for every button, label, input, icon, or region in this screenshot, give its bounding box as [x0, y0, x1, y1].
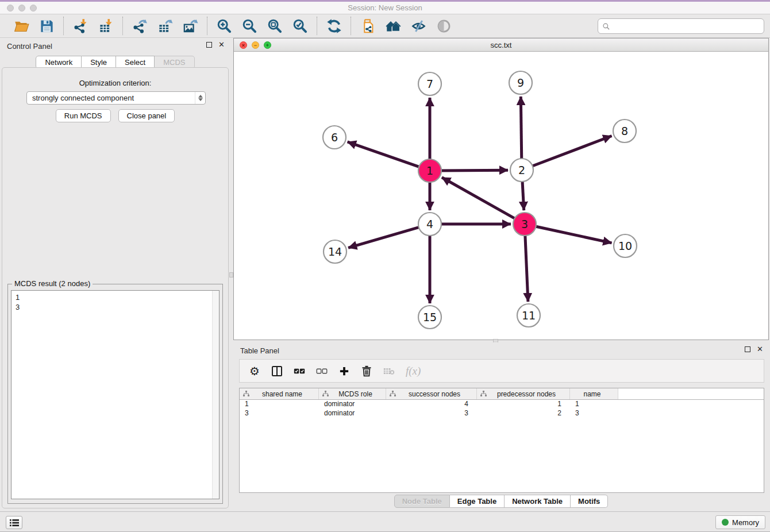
- import-table-icon[interactable]: [97, 17, 114, 34]
- duplicate-network-icon[interactable]: [359, 17, 376, 34]
- result-scrollbar[interactable]: [212, 291, 219, 499]
- tab-edge-table[interactable]: Edge Table: [450, 495, 505, 508]
- export-table-icon[interactable]: [156, 17, 174, 34]
- create-column-icon[interactable]: [338, 364, 350, 378]
- criterion-dropdown[interactable]: strongly connected component: [26, 91, 206, 105]
- column-header-name[interactable]: name: [570, 388, 618, 399]
- mcds-result-line: 1: [16, 292, 219, 302]
- graph-node-label-6: 6: [331, 131, 338, 144]
- graph-edge-2-8[interactable]: [532, 136, 612, 167]
- zoom-fit-icon[interactable]: [266, 17, 283, 34]
- graph-node-label-7: 7: [426, 78, 433, 90]
- run-mcds-button[interactable]: Run MCDS: [56, 109, 111, 122]
- tab-motifs[interactable]: Motifs: [571, 495, 608, 508]
- network-view-window: × − + scc.txt 7968124314101511: [233, 38, 769, 340]
- table-settings-gear-icon[interactable]: ⚙: [249, 364, 260, 378]
- select-all-columns-icon[interactable]: [294, 364, 305, 378]
- table-cell[interactable]: 4: [386, 400, 477, 409]
- node-table: shared name MCDS role successor nodes pr…: [239, 388, 764, 493]
- close-panel-button[interactable]: Close panel: [118, 109, 175, 122]
- table-cell[interactable]: 1: [477, 400, 570, 409]
- vertical-splitter-handle[interactable]: [229, 272, 233, 277]
- close-panel-icon[interactable]: ✕: [757, 346, 763, 352]
- table-cell[interactable]: 1: [240, 400, 319, 409]
- show-hide-preview-icon[interactable]: [435, 17, 452, 34]
- tab-node-table[interactable]: Node Table: [394, 495, 450, 508]
- titlebar: Session: New Session: [0, 2, 770, 14]
- table-row[interactable]: 3dominator323: [240, 409, 764, 418]
- column-type-icon: [390, 391, 396, 397]
- column-header-successor-nodes[interactable]: successor nodes: [386, 388, 477, 399]
- delete-column-icon[interactable]: [361, 364, 372, 378]
- graph-edge-4-14[interactable]: [348, 227, 419, 248]
- zoom-out-icon[interactable]: [241, 17, 258, 34]
- mcds-result-box: MCDS result (2 nodes) 1 3: [7, 284, 223, 504]
- graph-edge-2-3[interactable]: [522, 181, 524, 210]
- graph-edge-3-1[interactable]: [442, 178, 515, 219]
- table-cell[interactable]: dominator: [319, 409, 386, 418]
- mcds-result-title: MCDS result (2 nodes): [12, 279, 93, 288]
- graph-edge-1-6[interactable]: [348, 142, 419, 167]
- table-cell[interactable]: 3: [570, 409, 618, 418]
- table-cell[interactable]: 3: [386, 409, 477, 418]
- column-header-shared-name[interactable]: shared name: [240, 388, 319, 399]
- float-panel-icon[interactable]: [745, 346, 750, 352]
- float-panel-icon[interactable]: [206, 42, 212, 48]
- table-header-row: shared name MCDS role successor nodes pr…: [240, 388, 764, 400]
- control-panel-title: Control Panel: [7, 42, 52, 51]
- reset-layout-home-icon[interactable]: [384, 17, 402, 34]
- network-window-titlebar[interactable]: × − + scc.txt: [234, 38, 768, 52]
- export-network-icon[interactable]: [131, 17, 148, 34]
- zoom-selected-icon[interactable]: [291, 17, 309, 34]
- tab-network-table[interactable]: Network Table: [505, 495, 571, 508]
- graph-node-label-8: 8: [621, 125, 628, 137]
- table-cell[interactable]: 3: [240, 409, 319, 418]
- column-header-predecessor-nodes[interactable]: predecessor nodes: [477, 388, 570, 399]
- zoom-in-icon[interactable]: [215, 17, 233, 34]
- graph-edge-1-2[interactable]: [441, 170, 508, 171]
- export-image-icon[interactable]: [182, 17, 199, 34]
- graph-node-label-4: 4: [426, 218, 433, 230]
- graph-node-label-1: 1: [426, 164, 433, 177]
- list-icon: [10, 519, 19, 527]
- graph-node-label-14: 14: [328, 245, 342, 258]
- import-network-icon[interactable]: [72, 17, 89, 34]
- delete-table-icon-disabled: [383, 364, 395, 378]
- dropdown-stepper-icon: [195, 92, 205, 104]
- table-panel-title: Table Panel: [240, 346, 279, 355]
- optimization-criterion-label: Optimization criterion:: [2, 79, 228, 87]
- mcds-result-text[interactable]: 1 3: [11, 290, 220, 499]
- graph-node-label-11: 11: [522, 309, 536, 322]
- table-panel: Table Panel ✕ ⚙ f(x) share: [233, 342, 769, 510]
- mcds-result-line: 3: [16, 302, 219, 312]
- graph-node-label-9: 9: [517, 76, 524, 89]
- save-session-icon[interactable]: [38, 17, 55, 34]
- toggle-graphics-details-icon[interactable]: [410, 17, 427, 34]
- table-cell[interactable]: dominator: [319, 400, 386, 409]
- close-panel-icon[interactable]: ✕: [218, 42, 225, 48]
- table-row[interactable]: 1dominator411: [240, 400, 764, 409]
- table-body: 1dominator4113dominator323: [240, 400, 764, 418]
- show-columns-icon[interactable]: [271, 364, 283, 378]
- table-cell[interactable]: 1: [570, 400, 618, 409]
- graph-edge-3-10[interactable]: [536, 226, 612, 243]
- unselect-all-columns-icon[interactable]: [316, 364, 328, 378]
- search-field[interactable]: [598, 18, 764, 34]
- graph-edge-2-9[interactable]: [521, 97, 521, 159]
- function-builder-icon-disabled: f(x): [406, 364, 421, 378]
- graph-node-label-15: 15: [423, 311, 437, 323]
- task-history-button[interactable]: [6, 516, 22, 529]
- control-panel: Control Panel ✕ Network Style Select MCD…: [0, 38, 230, 511]
- graph-edge-3-11[interactable]: [525, 235, 528, 302]
- memory-button[interactable]: Memory: [715, 515, 765, 529]
- table-cell[interactable]: 2: [477, 409, 570, 418]
- search-input[interactable]: [610, 21, 764, 32]
- memory-label: Memory: [732, 518, 759, 527]
- refresh-view-icon[interactable]: [325, 17, 342, 34]
- column-header-mcds-role[interactable]: MCDS role: [319, 388, 386, 399]
- status-bar: Memory: [0, 511, 770, 531]
- graph-node-label-10: 10: [618, 240, 632, 252]
- network-canvas[interactable]: 7968124314101511: [234, 52, 768, 340]
- graph-node-label-2: 2: [518, 164, 525, 176]
- open-session-icon[interactable]: [13, 17, 30, 34]
